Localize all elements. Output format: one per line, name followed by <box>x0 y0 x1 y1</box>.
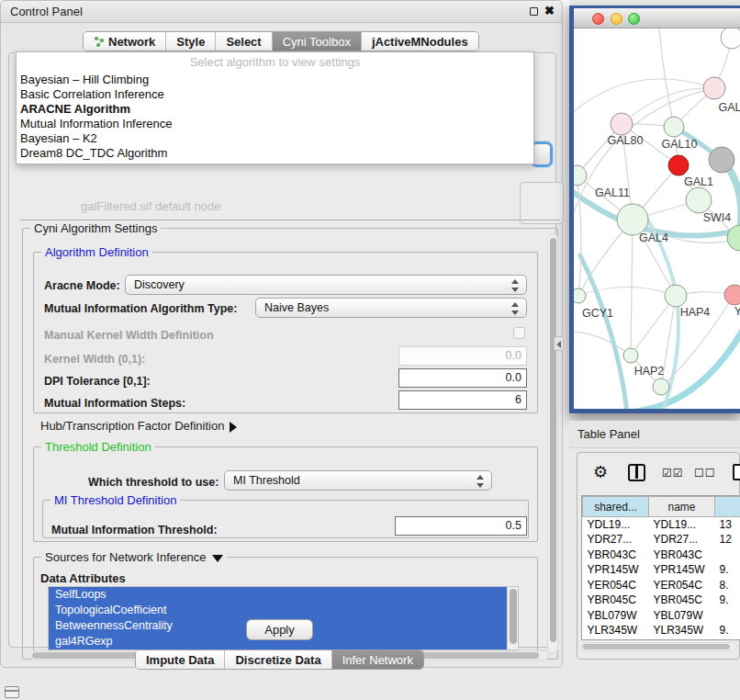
node-label: GAL11 <box>595 186 630 199</box>
table-toolbar: ⚙ ☑☑ ☐☐ <box>577 453 739 493</box>
cyni-settings-title: Cyni Algorithm Settings <box>30 221 161 235</box>
column-header-partial[interactable]: A <box>715 497 740 517</box>
mi-steps-field[interactable]: 6 <box>398 390 527 410</box>
network-canvas[interactable]: GALGAL80GAL10GAL1GAL11GAL4SWI4GCY1HAP4YH… <box>574 28 740 409</box>
close-traffic-light-icon[interactable] <box>592 13 604 25</box>
table-row[interactable]: YBR043CYBR043C <box>583 548 740 563</box>
kernel-width-field: 0.0 <box>398 346 527 366</box>
document-icon[interactable] <box>733 464 740 480</box>
checked-boxes-icon[interactable]: ☑☑ <box>662 467 684 480</box>
column-header-name[interactable]: name <box>649 497 715 517</box>
network-node[interactable] <box>611 113 633 135</box>
dpi-tolerance-field[interactable]: 0.0 <box>398 368 527 388</box>
scrollbar-thumb[interactable] <box>583 644 730 649</box>
network-node[interactable] <box>653 378 669 395</box>
table-row[interactable]: YPR145WYPR145W9. <box>583 562 740 578</box>
table-row[interactable]: YIL052CYIL052C9 <box>583 638 740 641</box>
list-vertical-scrollbar[interactable] <box>507 587 518 649</box>
tab-impute-data[interactable]: Impute Data <box>136 650 225 669</box>
network-edge[interactable] <box>579 254 627 409</box>
mi-threshold-title: MI Threshold Definition <box>50 493 180 507</box>
network-node[interactable] <box>721 28 740 49</box>
network-node[interactable] <box>668 155 689 175</box>
network-node[interactable] <box>574 288 586 303</box>
dpi-tolerance-label: DPI Tolerance [0,1]: <box>44 375 151 388</box>
tab-infer-network[interactable]: Infer Network <box>332 650 423 669</box>
which-threshold-select[interactable]: MI Threshold <box>224 470 492 491</box>
bottom-tabbar: Impute Data Discretize Data Infer Networ… <box>135 649 424 670</box>
network-node[interactable] <box>617 204 648 235</box>
network-node[interactable] <box>623 348 638 363</box>
table-horizontal-scrollbar[interactable] <box>581 642 737 651</box>
network-node[interactable] <box>664 117 684 137</box>
table-row[interactable]: YBL079WYBL079W <box>583 608 740 624</box>
which-threshold-label: Which threshold to use: <box>88 476 219 489</box>
tab-jactivemnodules[interactable]: jActiveMNodules <box>362 32 478 51</box>
node-label: GAL10 <box>662 138 698 151</box>
table-row[interactable]: YER054CYER054C8. <box>583 578 740 593</box>
background-network-combo[interactable]: galFiltered.sif default node <box>81 199 466 216</box>
network-edge[interactable] <box>574 332 631 356</box>
tab-network-label: Network <box>108 35 155 49</box>
table-row[interactable]: YLR345WYLR345W9. <box>583 623 740 638</box>
table-row[interactable]: YDL19...YDL19...13 <box>583 517 740 533</box>
tab-cyni-toolbox[interactable]: Cyni Toolbox <box>273 32 362 51</box>
algorithm-option[interactable]: Bayesian – Hill Climbing <box>17 73 533 87</box>
mi-type-label: Mutual Information Algorithm Type: <box>44 302 237 315</box>
tab-network[interactable]: Network <box>84 32 166 51</box>
gear-icon[interactable]: ⚙ <box>593 464 608 480</box>
network-node[interactable] <box>665 285 687 307</box>
table-header-row[interactable]: shared... name A <box>583 497 740 517</box>
table-row[interactable]: YBR045CYBR045C9. <box>583 593 740 608</box>
minimize-traffic-light-icon[interactable] <box>611 13 622 25</box>
close-icon[interactable]: ✖ <box>544 4 555 17</box>
background-group-fragment <box>520 182 564 224</box>
mi-threshold-field[interactable]: 0.5 <box>395 516 527 536</box>
tab-select[interactable]: Select <box>216 32 272 51</box>
node-label: GCY1 <box>582 307 613 320</box>
network-node[interactable] <box>709 147 734 173</box>
tab-discretize-data[interactable]: Discretize Data <box>225 650 331 669</box>
columns-icon[interactable] <box>628 464 645 481</box>
table-row[interactable]: YDR27...YDR27...12 <box>583 532 740 548</box>
network-view-window[interactable]: GALGAL80GAL10GAL1GAL11GAL4SWI4GCY1HAP4YH… <box>569 6 740 413</box>
hub-definition-toggle[interactable]: Hub/Transcription Factor Definition <box>40 419 237 433</box>
network-node[interactable] <box>703 77 725 99</box>
node-label: Y <box>734 305 740 318</box>
algorithm-option[interactable]: Basic Correlation Inference <box>17 87 533 102</box>
manual-kernel-checkbox[interactable] <box>513 327 525 339</box>
data-attributes-list[interactable]: SelfLoopsTopologicalCoefficientBetweenne… <box>48 586 519 650</box>
scrollbar-thumb[interactable] <box>550 238 556 642</box>
network-window-titlebar[interactable] <box>574 8 740 28</box>
aracne-mode-select[interactable]: Discovery <box>125 275 527 295</box>
kernel-width-label: Kernel Width (0,1): <box>44 353 145 366</box>
column-header-shared-name[interactable]: shared... <box>583 497 649 517</box>
settings-vertical-scrollbar[interactable] <box>547 233 558 654</box>
zoom-traffic-light-icon[interactable] <box>628 13 640 25</box>
panel-divider-collapse-handle[interactable] <box>554 336 564 351</box>
mi-type-select[interactable]: Naive Bayes <box>255 298 527 318</box>
node-label: GAL4 <box>639 231 668 244</box>
algorithm-option[interactable]: Dream8 DC_TDC Algorithm <box>17 146 533 161</box>
algorithm-option[interactable]: ARACNE Algorithm <box>17 102 533 117</box>
attribute-item[interactable]: TopologicalCoefficient <box>49 603 518 618</box>
expand-arrow-icon <box>230 422 237 433</box>
network-edge[interactable] <box>659 28 674 127</box>
attribute-item[interactable]: SelfLoops <box>49 587 518 603</box>
scrollbar-thumb[interactable] <box>510 589 517 644</box>
apply-button[interactable]: Apply <box>246 619 313 640</box>
network-node[interactable] <box>724 285 740 305</box>
collapsed-panel-icon[interactable] <box>5 686 19 698</box>
manual-kernel-label: Manual Kernel Width Definition <box>44 329 214 342</box>
float-window-icon[interactable] <box>530 7 538 16</box>
network-node[interactable] <box>686 187 712 213</box>
control-panel-titlebar[interactable]: Control Panel ✖ <box>1 1 562 23</box>
tab-style[interactable]: Style <box>166 32 216 51</box>
algorithm-option[interactable]: Bayesian – K2 <box>17 131 533 146</box>
node-label: SWI4 <box>703 211 732 224</box>
network-edge[interactable] <box>574 79 714 116</box>
node-attribute-table[interactable]: shared... name A YDL19...YDL19...13YDR27… <box>581 495 740 640</box>
sources-title[interactable]: Sources for Network Inference <box>41 550 227 564</box>
algorithm-option[interactable]: Mutual Information Inference <box>17 117 533 131</box>
unchecked-boxes-icon[interactable]: ☐☐ <box>694 467 716 480</box>
